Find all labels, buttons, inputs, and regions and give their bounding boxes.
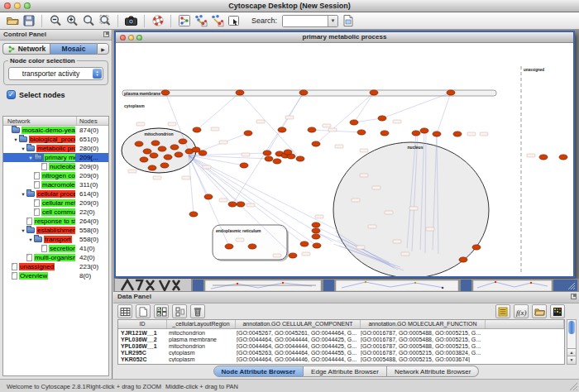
close-view-button[interactable] — [120, 35, 126, 41]
node[interactable] — [453, 131, 462, 136]
tree-row[interactable]: ▼biological_process651(0) — [3, 135, 108, 144]
minimize-view-button[interactable] — [128, 35, 134, 41]
open-file-icon[interactable] — [5, 14, 19, 28]
edge[interactable] — [232, 93, 304, 204]
column-header[interactable]: _cellularLayoutRegion — [167, 320, 236, 328]
node[interactable] — [161, 90, 170, 95]
table-cell[interactable]: YJR121W__1 — [118, 330, 166, 336]
search-combobox[interactable]: ▼ — [282, 15, 338, 27]
node[interactable] — [204, 194, 213, 199]
zoom-in-icon[interactable] — [65, 14, 79, 28]
edge[interactable] — [240, 93, 300, 159]
table-row[interactable]: YJR121W__1mitochondrion[GO:0045267, GO:0… — [118, 329, 564, 336]
node[interactable] — [265, 156, 273, 161]
table-cell[interactable]: [GO:0016787, GO:0005488, GO:0005215, G..… — [358, 343, 482, 349]
table-cell[interactable]: [GO:0045263, GO:0044464, GO:0044455, G..… — [234, 350, 358, 356]
tree-row[interactable]: nucleobase-209(0) — [3, 162, 108, 171]
float-panel-icon[interactable] — [103, 31, 109, 37]
node[interactable] — [378, 116, 386, 121]
node[interactable] — [263, 151, 271, 155]
tree-row[interactable]: ▼metabolic process280(0) — [3, 144, 108, 153]
table-cell[interactable]: plasma membrane — [166, 337, 234, 342]
node[interactable] — [370, 90, 378, 95]
attribute-table-icon[interactable] — [117, 304, 132, 318]
node[interactable] — [447, 90, 455, 95]
table-cell[interactable]: YDR039C__1 — [118, 364, 166, 365]
network-overview-icon[interactable] — [177, 14, 191, 28]
dropdown-stepper-icon[interactable]: ▲▼ — [93, 69, 102, 79]
background-windows[interactable] — [113, 279, 579, 291]
table-row[interactable]: YKR052Ccytoplasm[GO:0044464, GO:0044446,… — [118, 356, 564, 363]
tree-row[interactable]: mosaic-demo-yeast874(0) — [3, 126, 108, 135]
scroll-down-icon[interactable]: ▼ — [567, 356, 576, 364]
table-cell[interactable]: [GO:0044464, GO:0044446, GO:0044444, G..… — [234, 356, 358, 362]
tree-row[interactable]: ▼transport558(0) — [3, 235, 108, 244]
expander-icon[interactable]: ▼ — [20, 228, 26, 233]
table-cell[interactable]: mitochondrion — [166, 330, 234, 336]
import-attributes-icon[interactable] — [532, 304, 547, 318]
zoom-view-button[interactable] — [136, 35, 142, 41]
unselect-attributes-icon[interactable] — [172, 304, 187, 318]
table-row[interactable]: YDR039C__1mitochondrion[GO:0044464, GO:0… — [118, 363, 564, 365]
edge[interactable] — [382, 93, 451, 118]
table-cell[interactable]: YKR052C — [118, 356, 166, 362]
tabs-overflow-arrow[interactable]: ▶ — [97, 43, 109, 55]
tree-header[interactable]: Network Nodes — [3, 117, 108, 126]
edge[interactable] — [189, 155, 269, 159]
tab-mosaic[interactable]: Mosaic — [50, 43, 97, 55]
close-window-button[interactable] — [4, 2, 11, 9]
search-options-icon[interactable] — [341, 14, 355, 28]
zoom-out-icon[interactable] — [48, 14, 62, 28]
node[interactable] — [237, 202, 245, 207]
zoom-fit-content-icon[interactable] — [98, 14, 112, 28]
table-cell[interactable]: [GO:0016787, GO:0005215, GO:0003824, G..… — [358, 350, 482, 356]
tree-row[interactable]: macromolecule311(0) — [3, 180, 108, 189]
node[interactable] — [175, 152, 183, 157]
expander-icon[interactable]: ▼ — [20, 146, 26, 151]
copy-network-style-icon[interactable] — [210, 14, 224, 28]
node[interactable] — [150, 153, 158, 158]
table-cell[interactable]: cytoplasm — [166, 350, 234, 356]
select-attributes-icon[interactable] — [154, 304, 169, 318]
node-color-dropdown[interactable]: transporter activity ▲▼ — [8, 67, 103, 80]
column-header[interactable]: ID — [118, 320, 167, 328]
node[interactable] — [472, 245, 481, 250]
node[interactable] — [158, 146, 166, 151]
attribute-matrix-icon[interactable] — [550, 304, 565, 318]
scrollbar-thumb[interactable] — [568, 321, 575, 334]
node[interactable] — [228, 202, 237, 207]
snapshot-camera-icon[interactable] — [124, 14, 138, 28]
node[interactable] — [160, 163, 169, 168]
expander-icon[interactable]: ▼ — [20, 192, 26, 197]
tab-network[interactable]: Network — [2, 43, 50, 55]
attribute-list-icon[interactable] — [495, 304, 510, 318]
network-canvas[interactable]: plasma membranecytoplasmmitochondrionnuc… — [116, 43, 573, 276]
table-cell[interactable]: YPL036W__1 — [118, 343, 166, 349]
node[interactable] — [236, 90, 244, 95]
node[interactable] — [420, 128, 428, 133]
node[interactable] — [313, 243, 321, 248]
select-nodes-checkbox[interactable] — [7, 90, 16, 99]
node[interactable] — [380, 131, 389, 136]
network-window-titlebar[interactable]: primary metabolic process — [116, 32, 573, 43]
tree-row[interactable]: ▼cellular process614(0) — [3, 189, 108, 198]
help-life-ring-icon[interactable] — [151, 14, 165, 28]
attribute-table[interactable]: ID_cellularLayoutRegionannotation.GO CEL… — [117, 319, 565, 365]
table-cell[interactable]: [GO:0005488, GO:0005215, GO:0003674] — [358, 356, 482, 362]
save-session-icon[interactable] — [22, 14, 36, 28]
table-cell[interactable]: [GO:0016787, GO:0005488, GO:0005215, G..… — [358, 330, 482, 336]
tree-row[interactable]: nitrogen compo209(0) — [3, 171, 108, 180]
search-dropdown-arrow-icon[interactable]: ▼ — [328, 16, 337, 26]
table-cell[interactable]: YPL036W__2 — [118, 337, 166, 342]
table-cell[interactable]: [GO:0044464, GO:0044444, GO:0044425, G..… — [234, 337, 358, 342]
function-builder-icon[interactable]: f(x) — [514, 304, 529, 318]
network-view-window[interactable]: primary metabolic process plasma membran… — [114, 31, 575, 278]
node[interactable] — [244, 131, 252, 136]
copy-network-view-icon[interactable] — [194, 14, 208, 28]
node[interactable] — [350, 120, 358, 125]
node[interactable] — [151, 141, 160, 146]
table-cell[interactable]: YLR295C — [118, 350, 166, 356]
tree-row[interactable]: cellular metabol209(0) — [3, 198, 108, 208]
node[interactable] — [193, 127, 201, 132]
tree-row[interactable]: response to stimulu264(0) — [3, 217, 108, 226]
